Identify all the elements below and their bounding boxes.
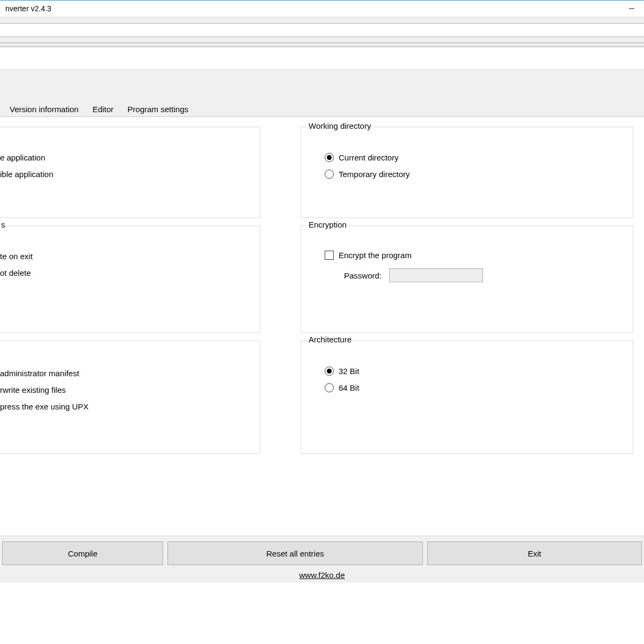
check-encrypt-label: Encrypt the program — [339, 251, 412, 260]
radio-64bit[interactable]: 64 Bit — [325, 383, 621, 392]
footer-buttons: Compile Reset all entries Exit — [0, 536, 644, 567]
check-encrypt[interactable]: Encrypt the program — [325, 251, 621, 260]
radio-current-dir[interactable]: Current directory — [325, 153, 621, 162]
opt-upx-label: press the exe using UPX — [0, 402, 89, 411]
opt-app-type-2-label: ible application — [0, 170, 53, 179]
footer-link[interactable]: www.f2ko.de — [299, 570, 345, 580]
radio-32bit[interactable]: 32 Bit — [325, 367, 621, 376]
left-column: e application ible application s te on e… — [0, 117, 271, 536]
group-misc: administrator manifest rwrite existing f… — [0, 340, 260, 454]
group-temp-files-legend: s — [0, 220, 8, 229]
footer-link-row: www.f2ko.de — [0, 567, 644, 583]
password-label: Password: — [344, 271, 382, 280]
tab-panel: e application ible application s te on e… — [0, 117, 644, 536]
right-column: Working directory Current directory Temp… — [271, 117, 644, 536]
group-working-dir: Working directory Current directory Temp… — [301, 127, 633, 218]
radio-32bit-label: 32 Bit — [339, 367, 359, 376]
radio-icon — [325, 153, 334, 162]
opt-admin-manifest-label: administrator manifest — [0, 369, 79, 378]
opt-overwrite-label: rwrite existing files — [0, 385, 66, 394]
window-title: nverter v2.4.3 — [5, 4, 52, 13]
path-field-2[interactable] — [0, 47, 644, 69]
compile-button[interactable]: Compile — [2, 541, 163, 565]
group-architecture-legend: Architecture — [306, 335, 354, 344]
group-encryption-legend: Encryption — [306, 220, 349, 229]
radio-temp-dir[interactable]: Temporary directory — [325, 170, 621, 179]
radio-64bit-label: 64 Bit — [339, 383, 359, 392]
reset-button[interactable]: Reset all entries — [167, 541, 423, 565]
toolbar-zone — [0, 17, 644, 69]
password-input[interactable] — [389, 268, 483, 282]
reset-button-label: Reset all entries — [266, 549, 324, 558]
tab-editor[interactable]: Editor — [85, 101, 120, 116]
opt-not-delete-label: ot delete — [0, 268, 31, 277]
opt-app-type-1-label: e application — [0, 153, 45, 162]
exit-button[interactable]: Exit — [427, 541, 642, 565]
password-row: Password: — [344, 268, 621, 282]
radio-temp-dir-label: Temporary directory — [339, 170, 410, 179]
radio-icon — [325, 170, 334, 179]
path-input-1[interactable] — [0, 23, 644, 37]
exit-button-label: Exit — [528, 549, 541, 558]
opt-delete-exit-label: te on exit — [0, 252, 33, 261]
opt-app-type-2[interactable]: ible application — [0, 170, 248, 179]
path-field-1 — [0, 17, 644, 43]
tab-strip: Version information Editor Program setti… — [0, 101, 644, 117]
opt-admin-manifest[interactable]: administrator manifest — [0, 369, 248, 378]
radio-current-dir-label: Current directory — [339, 153, 399, 162]
group-temp-files: s te on exit ot delete — [0, 225, 260, 333]
tab-program-settings[interactable]: Program settings — [121, 101, 195, 116]
tab-host: Version information Editor Program setti… — [0, 69, 644, 536]
group-encryption: Encryption Encrypt the program Password: — [301, 225, 633, 333]
radio-icon — [325, 383, 334, 392]
group-architecture: Architecture 32 Bit 64 Bit — [301, 340, 633, 454]
opt-not-delete[interactable]: ot delete — [0, 268, 248, 277]
group-working-dir-legend: Working directory — [306, 121, 373, 130]
opt-delete-exit[interactable]: te on exit — [0, 252, 248, 261]
opt-overwrite[interactable]: rwrite existing files — [0, 385, 248, 394]
group-app-type: e application ible application — [0, 127, 260, 218]
divider-bar — [0, 43, 644, 47]
title-bar: nverter v2.4.3 — [0, 0, 644, 17]
minimize-button[interactable] — [619, 1, 644, 17]
radio-icon — [325, 367, 334, 376]
tab-version-info[interactable]: Version information — [3, 101, 85, 116]
checkbox-icon — [325, 251, 334, 260]
opt-app-type-1[interactable]: e application — [0, 153, 248, 162]
opt-upx[interactable]: press the exe using UPX — [0, 402, 248, 411]
compile-button-label: Compile — [68, 549, 97, 558]
window-controls — [619, 1, 644, 17]
